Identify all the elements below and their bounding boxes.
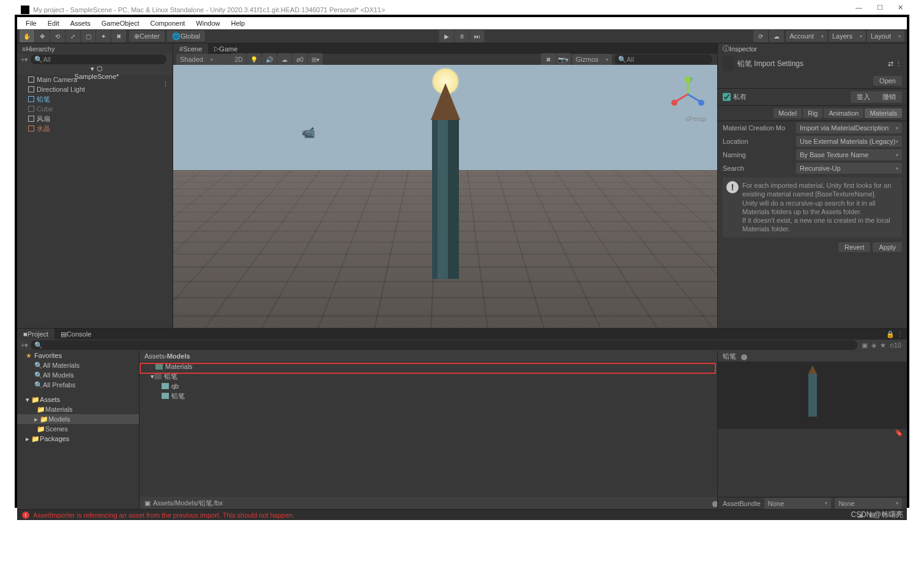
breadcrumb[interactable]: Assets › Models	[140, 351, 717, 362]
preview-name: 铅笔	[723, 352, 736, 361]
inspector-tab[interactable]: ⓘ Inspector	[718, 43, 907, 54]
folder-item[interactable]: 📁 Scenes	[17, 424, 139, 434]
grid-icon[interactable]: ⊞▾	[308, 53, 322, 65]
fav-item[interactable]: 🔍 All Materials	[17, 360, 139, 370]
project-item[interactable]: 铅笔	[140, 391, 717, 401]
layers-dropdown[interactable]: Layers	[829, 31, 866, 42]
tab-model[interactable]: Model	[773, 108, 802, 118]
tools-icon[interactable]: ✖	[541, 53, 556, 65]
favorites-header[interactable]: Favorites	[17, 351, 139, 360]
tab-materials[interactable]: Materials	[865, 108, 902, 118]
naming-dropdown[interactable]: By Base Texture Name	[796, 149, 902, 160]
maximize-button[interactable]: ☐	[877, 4, 883, 12]
menu-help[interactable]: Help	[226, 18, 250, 28]
project-tab[interactable]: ■ Project	[17, 329, 54, 340]
close-button[interactable]: ✕	[898, 4, 903, 12]
hierarchy-search[interactable]: 🔍 All	[31, 54, 166, 64]
scene-viewport[interactable]: y ≤Persp 📹	[173, 65, 717, 328]
scene-tab[interactable]: # Scene	[173, 43, 208, 54]
collab-icon[interactable]: ⟳	[753, 30, 768, 42]
menu-assets[interactable]: Assets	[65, 18, 95, 28]
fx-icon[interactable]: ☁	[277, 53, 292, 65]
hidden-count[interactable]: ⦸10	[890, 341, 901, 349]
preview-canvas[interactable]	[718, 362, 907, 429]
perspective-label[interactable]: ≤Persp	[685, 115, 706, 122]
fav-item[interactable]: 🔍 All Prefabs	[17, 380, 139, 390]
hierarchy-item[interactable]: 水晶	[17, 124, 173, 133]
project-search[interactable]: 🔍	[31, 340, 857, 350]
shading-dropdown[interactable]: Shaded	[176, 54, 231, 65]
menu-file[interactable]: File	[21, 18, 42, 28]
folder-item-selected[interactable]: ▸ 📁 Models	[17, 414, 139, 424]
handle-toggle[interactable]: 🌐 Global	[167, 31, 205, 42]
menu-edit[interactable]: Edit	[43, 18, 64, 28]
custom-tool[interactable]: ✖	[111, 30, 126, 42]
toolbar: ✋ ✥ ⟲ ⤢ ▢ ✦ ✖ ⊕ Center 🌐 Global ▶ ⏸ ⏭ ⟳ …	[17, 29, 907, 43]
gizmos-dropdown[interactable]: Gizmos	[572, 54, 612, 65]
revert-cn-button[interactable]: 撤销	[876, 91, 902, 103]
rotate-tool[interactable]: ⟲	[50, 30, 65, 42]
assetbundle-variant-dropdown[interactable]: None	[835, 498, 902, 509]
tab-rig[interactable]: Rig	[803, 108, 823, 118]
hierarchy-item[interactable]: Directional Light	[17, 84, 173, 94]
search-dropdown[interactable]: Recursive-Up	[796, 163, 902, 174]
layout-dropdown[interactable]: Layout	[867, 31, 904, 42]
play-button[interactable]: ▶	[439, 30, 454, 42]
menu-component[interactable]: Component	[145, 18, 190, 28]
rect-tool[interactable]: ▢	[81, 30, 95, 42]
scale-tool[interactable]: ⤢	[65, 30, 80, 42]
apply-button[interactable]: Apply	[873, 242, 902, 252]
minimize-button[interactable]: —	[855, 4, 862, 12]
material-mode-dropdown[interactable]: Import via MaterialDescription	[796, 122, 902, 133]
account-dropdown[interactable]: Account	[786, 31, 827, 42]
console-tab[interactable]: ▤ Console	[54, 329, 97, 340]
menu-window[interactable]: Window	[191, 18, 225, 28]
mode-2d[interactable]: 2D	[231, 53, 246, 65]
tab-animation[interactable]: Animation	[824, 108, 863, 118]
pencil-model[interactable]	[431, 83, 460, 279]
revert-button[interactable]: Revert	[838, 242, 870, 252]
filter-icon[interactable]: ▣	[862, 341, 868, 349]
packages-folder[interactable]: ▸ 📁 Packages	[17, 434, 139, 444]
game-tab[interactable]: ▷ Game	[208, 43, 244, 54]
assetbundle-dropdown[interactable]: None	[764, 498, 832, 509]
favorite-filter-icon[interactable]: ★	[880, 341, 886, 349]
panel-lock-icon[interactable]: 🔒 ⋮	[886, 330, 903, 338]
status-bar[interactable]: ! AssetImporter is referencing an asset …	[17, 509, 907, 520]
hand-tool[interactable]: ✋	[20, 30, 34, 42]
folder-item[interactable]: 📁 Materials	[17, 404, 139, 414]
fav-item[interactable]: 🔍 All Models	[17, 370, 139, 380]
orientation-gizmo[interactable]: y	[669, 76, 706, 113]
menu-gameobject[interactable]: GameObject	[97, 18, 144, 28]
assets-folder[interactable]: ▾ 📁 Assets	[17, 395, 139, 404]
hierarchy-tab[interactable]: ≡ Hierarchy	[17, 43, 173, 54]
project-add[interactable]: +▾	[21, 341, 28, 349]
hidden-icon[interactable]: ø0	[292, 53, 307, 65]
audio-icon[interactable]: 🔊	[262, 53, 277, 65]
checkin-button[interactable]: 签入	[851, 91, 876, 103]
private-checkbox[interactable]	[723, 93, 731, 101]
move-tool[interactable]: ✥	[35, 30, 50, 42]
pivot-toggle[interactable]: ⊕ Center	[129, 31, 165, 42]
lighting-icon[interactable]: 💡	[247, 53, 261, 65]
project-item-model[interactable]: ▾ 铅笔	[140, 371, 717, 381]
hierarchy-add[interactable]: +▾	[21, 56, 28, 64]
open-button[interactable]: Open	[873, 76, 902, 86]
project-item[interactable]: qb	[140, 381, 717, 391]
step-button[interactable]: ⏭	[470, 30, 485, 42]
hierarchy-item[interactable]: Cube	[17, 104, 173, 114]
hierarchy-item-selected[interactable]: 铅笔	[17, 94, 173, 104]
settings-icon[interactable]: ⇄ ⋮	[888, 60, 902, 68]
project-item-folder[interactable]: Materials	[140, 362, 717, 371]
filter-icon[interactable]: ◈	[871, 341, 876, 349]
scene-search[interactable]: 🔍 All	[614, 54, 712, 64]
pause-button[interactable]: ⏸	[455, 30, 469, 42]
transform-tool[interactable]: ✦	[96, 30, 111, 42]
scene-row[interactable]: ▾ ⬡ SampleScene*⋮	[17, 65, 173, 75]
location-dropdown[interactable]: Use External Materials (Legacy)	[796, 136, 902, 147]
camera-icon[interactable]: 📷▾	[556, 53, 571, 65]
cloud-icon[interactable]: ☁	[769, 30, 784, 42]
window-title: My project - SampleScene - PC, Mac & Lin…	[33, 6, 385, 13]
hierarchy-item[interactable]: 风扇	[17, 114, 173, 124]
tag-icon[interactable]: 🔖	[895, 429, 903, 437]
